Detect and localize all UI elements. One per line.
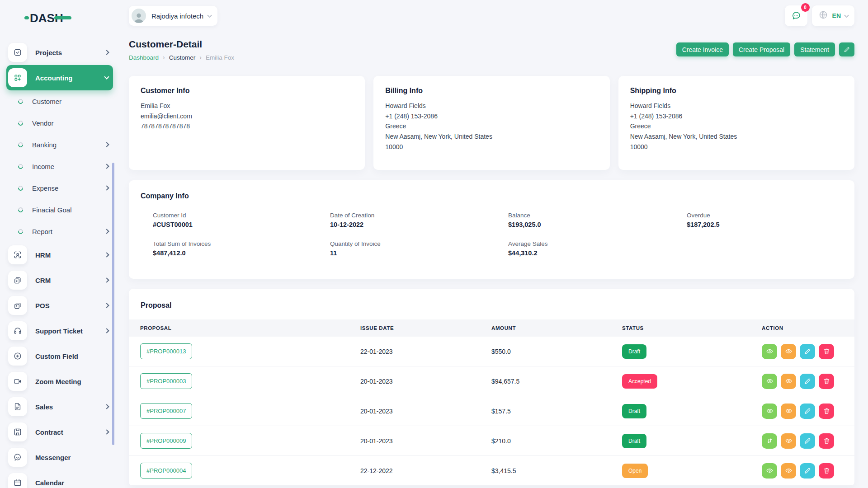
sidebar: DASH ProjectsAccountingCustomerVendorBan… xyxy=(0,0,118,488)
chevron-right-icon xyxy=(104,404,109,409)
language-selector[interactable]: EN xyxy=(812,5,854,26)
issue-date-cell: 20-01-2023 xyxy=(360,366,491,396)
messages-button[interactable]: 0 xyxy=(785,5,807,26)
sidebar-item-sales[interactable]: Sales xyxy=(6,394,113,419)
status-cell: Accepted xyxy=(622,366,762,396)
sidebar-item-banking[interactable]: Banking xyxy=(6,134,113,155)
bullet-icon xyxy=(17,98,24,104)
sidebar-item-calendar[interactable]: Calendar xyxy=(6,470,113,488)
sidebar-item-contract[interactable]: Contract xyxy=(6,419,113,445)
sidebar-item-label: Expense xyxy=(32,184,58,192)
bullet-icon xyxy=(17,163,24,169)
view-action-button[interactable] xyxy=(762,344,777,359)
proposal-id-link[interactable]: #PROP000003 xyxy=(140,373,192,389)
view-action-button[interactable] xyxy=(781,433,796,449)
edit-action-button[interactable] xyxy=(800,463,815,479)
sidebar-scrollbar[interactable] xyxy=(112,163,114,445)
view-action-button[interactable] xyxy=(781,404,796,419)
sidebar-item-hrm[interactable]: HRM xyxy=(6,242,113,267)
proposal-table: PROPOSALISSUE DATEAMOUNTSTATUSACTION #PR… xyxy=(129,319,854,486)
field-value: $44,310.2 xyxy=(508,249,687,257)
amount-cell: $94,657.5 xyxy=(491,366,622,396)
workspace-selector[interactable]: Rajodiya infotech xyxy=(129,6,217,26)
create-proposal-button[interactable]: Create Proposal xyxy=(733,42,790,56)
sidebar-item-projects[interactable]: Projects xyxy=(6,40,113,65)
statement-button[interactable]: Statement xyxy=(794,42,835,56)
sidebar-item-vendor[interactable]: Vendor xyxy=(6,112,113,134)
column-header-issue-date: ISSUE DATE xyxy=(360,319,491,337)
amount-cell: $210.0 xyxy=(491,426,622,456)
accounting-icon xyxy=(8,68,27,87)
action-cell xyxy=(762,337,854,366)
field-label: Average Sales xyxy=(508,240,687,247)
proposal-id-link[interactable]: #PROP000009 xyxy=(140,433,192,449)
delete-action-button[interactable] xyxy=(819,433,834,449)
edit-action-button[interactable] xyxy=(800,433,815,449)
sidebar-item-crm[interactable]: CRM xyxy=(6,267,113,293)
proposal-id-link[interactable]: #PROP000007 xyxy=(140,403,192,419)
field-label: Total Sum of Invoices xyxy=(153,240,330,247)
view-action-button[interactable] xyxy=(762,463,777,479)
view-action-button[interactable] xyxy=(781,344,796,359)
sidebar-item-expense[interactable]: Expense xyxy=(6,177,113,199)
sidebar-item-pos[interactable]: POS xyxy=(6,293,113,318)
status-badge: Open xyxy=(622,464,648,478)
delete-action-button[interactable] xyxy=(819,374,834,389)
action-cell xyxy=(762,366,854,396)
field-value: $187,202.5 xyxy=(687,221,843,228)
view-action-button[interactable] xyxy=(762,374,777,389)
sidebar-item-label: Projects xyxy=(35,49,62,56)
action-cell xyxy=(762,426,854,456)
issue-date-cell: 20-01-2023 xyxy=(360,396,491,426)
edit-customer-button[interactable] xyxy=(839,42,854,56)
delete-action-button[interactable] xyxy=(819,404,834,419)
proposal-id-link[interactable]: #PROP000013 xyxy=(140,343,192,359)
field-value: $487,412.0 xyxy=(153,249,330,257)
chevron-right-icon xyxy=(104,277,109,282)
chevron-right-icon xyxy=(104,303,109,308)
field-label: Date of Creation xyxy=(330,212,508,219)
sidebar-item-customer[interactable]: Customer xyxy=(6,90,113,112)
brand-logo[interactable]: DASH xyxy=(24,8,113,28)
chevron-right-icon xyxy=(104,229,109,234)
breadcrumb-item-dashboard[interactable]: Dashboard xyxy=(129,54,159,61)
bullet-icon xyxy=(17,228,24,235)
view-action-button[interactable] xyxy=(781,374,796,389)
bullet-icon xyxy=(17,184,24,191)
sidebar-item-label: Sales xyxy=(35,403,53,411)
company-field-overdue: Overdue$187,202.5 xyxy=(687,212,843,228)
edit-action-button[interactable] xyxy=(800,404,815,419)
proposal-id-link[interactable]: #PROP000004 xyxy=(140,463,192,479)
sidebar-item-custom-field[interactable]: Custom Field xyxy=(6,343,113,369)
convert-action-button[interactable] xyxy=(762,433,777,449)
company-field-total-sum-of-invoices: Total Sum of Invoices$487,412.0 xyxy=(153,240,330,257)
field-label: Balance xyxy=(508,212,687,219)
view-action-button[interactable] xyxy=(781,463,796,479)
status-cell: Open xyxy=(622,456,762,486)
sidebar-item-report[interactable]: Report xyxy=(6,221,113,242)
sidebar-item-label: Zoom Meeting xyxy=(35,378,81,385)
field-value: 10-12-2022 xyxy=(330,221,508,228)
row-actions xyxy=(762,344,854,359)
edit-action-button[interactable] xyxy=(800,344,815,359)
info-line: +1 (248) 153-2086 xyxy=(630,111,843,122)
customer-info-card: Customer Info Emilia Foxemilia@client.co… xyxy=(129,76,365,170)
sidebar-item-income[interactable]: Income xyxy=(6,155,113,177)
status-badge: Draft xyxy=(622,404,646,418)
row-actions xyxy=(762,433,854,449)
page-actions: Create Invoice Create Proposal Statement xyxy=(676,42,854,56)
sidebar-item-label: POS xyxy=(35,302,50,310)
shipping-info-card: Shipping Info Howard Fields+1 (248) 153-… xyxy=(618,76,854,170)
create-invoice-button[interactable]: Create Invoice xyxy=(676,42,729,56)
view-action-button[interactable] xyxy=(762,404,777,419)
edit-action-button[interactable] xyxy=(800,374,815,389)
sidebar-item-accounting[interactable]: Accounting xyxy=(6,65,113,90)
delete-action-button[interactable] xyxy=(819,463,834,479)
sidebar-item-zoom-meeting[interactable]: Zoom Meeting xyxy=(6,369,113,394)
sidebar-item-finacial-goal[interactable]: Finacial Goal xyxy=(6,199,113,221)
sidebar-item-messenger[interactable]: Messenger xyxy=(6,445,113,470)
delete-action-button[interactable] xyxy=(819,344,834,359)
sidebar-item-support-ticket[interactable]: Support Ticket xyxy=(6,318,113,343)
proposal-table-header: PROPOSALISSUE DATEAMOUNTSTATUSACTION xyxy=(129,319,854,337)
bullet-icon xyxy=(17,119,24,126)
